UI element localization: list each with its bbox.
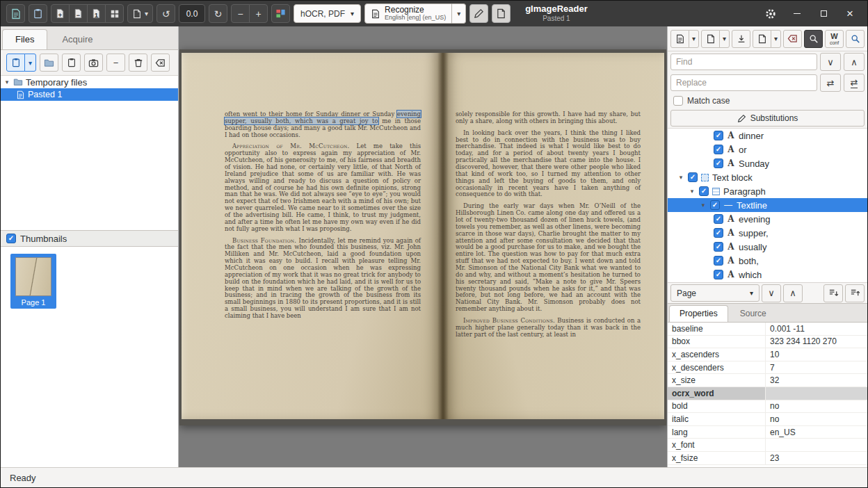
replace-all-button[interactable]: ⇄ xyxy=(844,74,865,92)
tree-item-word[interactable]: ✓ A usually xyxy=(668,240,867,254)
replace-button[interactable]: ⇄ xyxy=(820,74,841,92)
app-icon-button[interactable] xyxy=(6,4,25,23)
delete-image-button[interactable] xyxy=(129,54,147,72)
document-canvas[interactable]: often went to their home for Sunday dinn… xyxy=(179,26,667,467)
controls-toggle-button[interactable] xyxy=(29,4,47,23)
tree-item-word[interactable]: ✓ A dinner xyxy=(668,129,867,143)
thumbnail-page-1[interactable]: Page 1 xyxy=(10,254,56,309)
close-button[interactable]: × xyxy=(842,6,858,22)
page-increment-button[interactable]: + xyxy=(249,4,268,23)
rotation-angle-spinbox[interactable]: 0.0 xyxy=(179,4,205,23)
word-checkbox[interactable]: ✓ xyxy=(714,214,723,224)
tab-source[interactable]: Source xyxy=(730,305,777,322)
minimize-button[interactable] xyxy=(789,6,805,22)
tree-item-word[interactable]: ✓ A which xyxy=(668,268,867,282)
word-checkbox[interactable]: ✓ xyxy=(714,145,723,154)
disclosure-icon[interactable]: ▾ xyxy=(677,174,684,181)
match-case-checkbox[interactable] xyxy=(673,96,683,106)
paste-clipboard-button[interactable] xyxy=(62,54,81,72)
settings-button[interactable] xyxy=(763,6,778,22)
tree-item-word[interactable]: ✓ A or xyxy=(668,143,867,156)
find-replace-toggle[interactable] xyxy=(804,30,823,48)
word-checkbox[interactable]: ✓ xyxy=(714,158,723,168)
clear-images-button[interactable] xyxy=(151,54,170,72)
rotate-left-button[interactable]: ↺ xyxy=(156,4,175,23)
page-decrement-button[interactable]: − xyxy=(231,4,250,23)
property-value[interactable]: no xyxy=(766,400,867,413)
save-hocr-button[interactable] xyxy=(701,30,720,48)
paragraph-checkbox[interactable]: ✓ xyxy=(699,186,709,196)
tree-item-word[interactable]: ✓ A both, xyxy=(668,254,867,268)
zoom-fit-button[interactable] xyxy=(105,4,124,23)
word-checkbox[interactable]: ✓ xyxy=(714,242,723,252)
paste-image-button[interactable] xyxy=(6,54,25,72)
find-previous-button[interactable]: ∧ xyxy=(844,53,865,71)
property-value[interactable] xyxy=(766,439,867,451)
book-paragraph: During the early war days when Mr. O’Nei… xyxy=(456,203,641,313)
disclosure-icon[interactable]: ▾ xyxy=(700,202,707,209)
next-item-button[interactable]: ∨ xyxy=(762,284,781,302)
disclosure-icon[interactable]: ▾ xyxy=(3,79,10,86)
add-images-dropdown[interactable]: ▾ xyxy=(24,54,36,72)
open-folder-button[interactable] xyxy=(40,54,58,72)
tree-item-word[interactable]: ✓ A supper, xyxy=(668,226,867,240)
block-checkbox[interactable]: ✓ xyxy=(688,172,698,182)
tab-files[interactable]: Files xyxy=(2,29,47,49)
find-next-button[interactable]: ∨ xyxy=(820,53,841,71)
open-hocr-dropdown[interactable]: ▾ xyxy=(689,30,699,48)
zoom-out-button[interactable]: − xyxy=(69,4,88,23)
rotate-mode-dropdown[interactable]: ▾ xyxy=(127,4,153,23)
page-selector-dropdown[interactable]: Page ▾ xyxy=(670,284,760,302)
zoom-in-button[interactable]: + xyxy=(51,4,70,23)
clear-output-button[interactable] xyxy=(783,30,802,48)
word-checkbox[interactable]: ✓ xyxy=(714,228,723,238)
tab-acquire[interactable]: Acquire xyxy=(49,29,106,49)
tree-item-word[interactable]: ✓ A evening xyxy=(668,212,867,226)
tree-item-word[interactable]: ✓ A Sunday xyxy=(668,156,867,170)
tree-item-temporary-files[interactable]: ▾ Temporary files xyxy=(1,76,178,88)
remove-image-button[interactable]: − xyxy=(106,54,125,72)
batch-export-button[interactable] xyxy=(492,4,511,23)
open-hocr-button[interactable] xyxy=(670,30,689,48)
collapse-all-button[interactable] xyxy=(845,284,865,302)
export-button[interactable] xyxy=(753,30,771,48)
tree-item-text-block[interactable]: ▾ ✓ Text block xyxy=(668,170,867,184)
replace-input[interactable] xyxy=(670,74,817,91)
recognize-button[interactable]: Recognize English [eng] (en_US) xyxy=(364,3,452,24)
maximize-button[interactable] xyxy=(816,6,831,22)
property-value[interactable]: 323 234 1120 270 xyxy=(766,336,867,348)
output-pane-toggle-button[interactable] xyxy=(469,4,488,23)
property-value[interactable]: 23 xyxy=(766,452,867,464)
confidence-toggle[interactable]: W conf xyxy=(825,30,844,48)
find-input[interactable] xyxy=(670,54,817,70)
tab-properties[interactable]: Properties xyxy=(669,305,728,322)
rotate-right-button[interactable]: ↻ xyxy=(209,4,227,23)
property-value[interactable]: no xyxy=(766,413,867,425)
tree-item-pasted-1[interactable]: Pasted 1 xyxy=(1,88,178,101)
zoom-original-button[interactable]: 1 xyxy=(87,4,106,23)
thumbnails-checkbox[interactable]: ✓ xyxy=(6,234,16,243)
recognize-dropdown[interactable]: ▾ xyxy=(452,3,466,24)
export-dropdown[interactable]: ▾ xyxy=(771,30,781,48)
word-checkbox[interactable]: ✓ xyxy=(714,270,723,279)
expand-all-button[interactable] xyxy=(823,284,843,302)
import-append-button[interactable] xyxy=(732,30,750,48)
tree-item-paragraph[interactable]: ▾ ✓ Paragraph xyxy=(668,184,867,198)
output-mode-dropdown[interactable]: hOCR, PDF▾ xyxy=(294,4,361,23)
screenshot-button[interactable] xyxy=(84,54,103,72)
property-value[interactable]: 10 xyxy=(766,348,867,361)
property-value[interactable]: en_US xyxy=(766,426,867,439)
autolayout-button[interactable] xyxy=(271,4,290,23)
word-checkbox[interactable]: ✓ xyxy=(714,256,723,266)
disclosure-icon[interactable]: ▾ xyxy=(689,188,696,195)
save-hocr-dropdown[interactable]: ▾ xyxy=(719,30,730,48)
previous-item-button[interactable]: ∧ xyxy=(783,284,803,302)
textline-checkbox[interactable]: ✓ xyxy=(710,200,720,210)
substitutions-button[interactable]: Substitutions xyxy=(670,110,865,127)
property-value[interactable]: 32 xyxy=(766,374,867,387)
preview-toggle-button[interactable] xyxy=(846,30,865,48)
tree-item-textline[interactable]: ▾ ✓ — Textline xyxy=(668,198,867,212)
property-value[interactable]: 0.001 -11 xyxy=(766,323,867,335)
property-value[interactable]: 7 xyxy=(766,361,867,374)
word-checkbox[interactable]: ✓ xyxy=(714,131,723,140)
